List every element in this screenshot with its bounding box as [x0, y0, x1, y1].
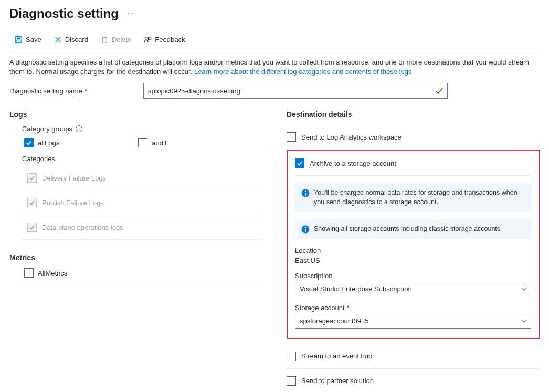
- audit-checkbox[interactable]: [138, 138, 147, 147]
- discard-button[interactable]: Discard: [49, 33, 93, 47]
- delete-button: Delete: [96, 33, 137, 47]
- svg-rect-1: [17, 37, 20, 39]
- name-label: Diagnostic setting name*: [9, 87, 143, 95]
- svg-point-8: [145, 37, 148, 39]
- info-icon[interactable]: i: [76, 125, 82, 132]
- toolbar: Save Discard Delete Feedback: [9, 30, 540, 52]
- learn-more-link[interactable]: Learn more about the different log categ…: [194, 68, 412, 76]
- location-value: East US: [295, 257, 531, 264]
- info-icon: [301, 225, 310, 234]
- info-banner-charges: You'll be charged normal data rates for …: [295, 183, 531, 212]
- svg-rect-11: [305, 193, 306, 196]
- category-checkbox-disabled: [27, 198, 37, 207]
- category-checkbox-disabled: [27, 223, 37, 232]
- diagnostic-name-input[interactable]: [143, 83, 448, 99]
- categories-label: Categories: [22, 155, 262, 163]
- svg-point-13: [305, 227, 306, 228]
- category-item: Data plane operations logs: [22, 215, 262, 240]
- name-row: Diagnostic setting name*: [9, 83, 540, 99]
- allmetrics-label: AllMetrics: [38, 269, 67, 277]
- alllogs-label: allLogs: [38, 139, 59, 147]
- svg-rect-14: [305, 229, 306, 232]
- alllogs-checkbox[interactable]: [24, 138, 34, 147]
- metrics-heading: Metrics: [9, 253, 262, 262]
- save-button[interactable]: Save: [9, 33, 47, 47]
- subscription-dropdown[interactable]: Visual Studio Enterprise Subscription: [295, 282, 531, 296]
- logs-heading: Logs: [9, 110, 262, 119]
- svg-point-10: [305, 191, 306, 192]
- send-law-checkbox[interactable]: [287, 132, 296, 142]
- archive-storage-label: Archive to a storage account: [310, 160, 396, 167]
- close-icon: [54, 36, 62, 44]
- description-text: A diagnostic setting specifies a list of…: [9, 58, 540, 77]
- archive-storage-checkbox[interactable]: [295, 158, 304, 168]
- allmetrics-checkbox[interactable]: [24, 268, 34, 278]
- location-label: Location: [295, 247, 531, 255]
- trash-icon: [101, 36, 109, 44]
- partner-solution-label: Send to partner solution: [301, 377, 374, 385]
- category-groups-label: Category groups i: [22, 125, 262, 133]
- more-icon[interactable]: ···: [124, 7, 139, 20]
- destination-heading: Destination details: [287, 110, 540, 119]
- person-chat-icon: [144, 36, 152, 44]
- page-title: Diagnostic setting: [9, 6, 119, 21]
- storage-account-label: Storage account*: [295, 304, 531, 312]
- svg-rect-5: [102, 38, 107, 43]
- feedback-button[interactable]: Feedback: [139, 33, 190, 47]
- category-item: Delivery Failure Logs: [22, 168, 262, 190]
- subscription-label: Subscription: [295, 272, 531, 280]
- info-banner-classic: Showing all storage accounts including c…: [295, 219, 531, 239]
- storage-account-dropdown[interactable]: spstorageaccount0925: [295, 314, 531, 329]
- stream-eventhub-checkbox[interactable]: [287, 352, 296, 361]
- category-item: Publish Failure Logs: [22, 190, 262, 215]
- checkmark-icon: [435, 87, 444, 95]
- audit-label: audit: [152, 139, 166, 147]
- send-law-label: Send to Log Analytics workspace: [301, 133, 402, 141]
- page-header: Diagnostic setting ···: [9, 6, 540, 21]
- partner-solution-checkbox[interactable]: [287, 376, 296, 386]
- svg-rect-2: [17, 40, 20, 43]
- chevron-down-icon: [521, 318, 527, 324]
- info-icon: [301, 189, 310, 197]
- category-checkbox-disabled: [27, 173, 37, 183]
- stream-eventhub-label: Stream to an event hub: [301, 352, 372, 360]
- archive-section-highlight: Archive to a storage account You'll be c…: [287, 150, 540, 339]
- chevron-down-icon: [521, 286, 527, 292]
- save-icon: [15, 36, 23, 44]
